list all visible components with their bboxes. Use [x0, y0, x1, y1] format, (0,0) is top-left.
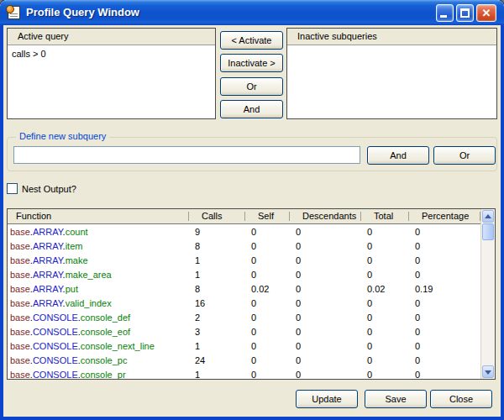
nest-output-label: Nest Output? [22, 184, 76, 194]
function-cell: base.CONSOLE.console_pr [8, 368, 188, 379]
active-query-list[interactable]: calls > 0 [8, 46, 215, 118]
define-subquery-label: Define new subquery [16, 131, 109, 141]
column-header[interactable]: Function [8, 209, 188, 223]
value-cell: 0 [289, 325, 360, 339]
scroll-up-button[interactable] [482, 210, 494, 223]
value-cell: 16 [188, 297, 244, 311]
value-cell: 0 [360, 368, 408, 379]
activate-button[interactable]: < Activate [220, 31, 283, 50]
column-header[interactable]: Total [360, 209, 408, 223]
column-header[interactable]: Percentage [408, 209, 480, 223]
value-cell: 1 [188, 368, 244, 379]
minimize-button[interactable] [436, 4, 454, 22]
table-row[interactable]: base.CONSOLE.console_pc240000 [8, 354, 480, 368]
value-cell: 0 [360, 239, 408, 254]
table-row[interactable]: base.ARRAY.make_area10000 [8, 268, 480, 282]
title-bar[interactable]: Profile Query Window ✕ [0, 0, 504, 25]
or-button[interactable]: Or [220, 77, 283, 96]
value-cell: 8 [188, 239, 244, 254]
value-cell: 0 [289, 354, 360, 368]
value-cell: 0 [408, 325, 480, 339]
vertical-scrollbar[interactable] [480, 209, 495, 379]
value-cell: 0 [289, 225, 360, 239]
value-cell: 0 [244, 368, 289, 379]
inactive-subqueries-panel: Inactive subqueries [286, 28, 497, 119]
value-cell: 0 [360, 311, 408, 325]
value-cell: 0 [289, 239, 360, 254]
value-cell: 1 [188, 268, 244, 282]
value-cell: 0 [244, 254, 289, 268]
value-cell: 0 [408, 225, 480, 239]
active-query-panel: Active query calls > 0 [7, 28, 216, 119]
value-cell: 0 [244, 297, 289, 311]
update-button[interactable]: Update [296, 390, 358, 408]
value-cell: 3 [188, 325, 244, 339]
value-cell: 0 [289, 368, 360, 379]
value-cell: 1 [188, 254, 244, 268]
value-cell: 0 [360, 354, 408, 368]
maximize-button[interactable] [456, 4, 474, 22]
value-cell: 0 [244, 225, 289, 239]
table-row[interactable]: base.ARRAY.count90000 [8, 225, 480, 239]
function-cell: base.CONSOLE.console_next_line [8, 339, 188, 354]
function-cell: base.ARRAY.put [8, 282, 188, 297]
app-icon [8, 6, 20, 19]
value-cell: 0 [360, 254, 408, 268]
value-cell: 0 [360, 325, 408, 339]
subquery-and-button[interactable]: And [367, 146, 429, 165]
column-header[interactable]: Descendants [289, 209, 360, 223]
inactive-subqueries-list[interactable] [287, 46, 496, 118]
table-row[interactable]: base.CONSOLE.console_def20000 [8, 311, 480, 325]
close-action-button[interactable]: Close [430, 390, 492, 408]
value-cell: 0 [244, 325, 289, 339]
list-item[interactable]: calls > 0 [8, 46, 215, 59]
value-cell: 2 [188, 311, 244, 325]
table-row[interactable]: base.CONSOLE.console_next_line10000 [8, 339, 480, 354]
function-cell: base.ARRAY.valid_index [8, 297, 188, 311]
table-row[interactable]: base.ARRAY.valid_index160000 [8, 297, 480, 311]
value-cell: 0 [289, 268, 360, 282]
value-cell: 0 [289, 339, 360, 354]
value-cell: 0 [289, 297, 360, 311]
table-body[interactable]: base.ARRAY.count90000base.ARRAY.item8000… [8, 225, 480, 379]
value-cell: 0 [408, 354, 480, 368]
close-icon: ✕ [477, 5, 496, 21]
scrollbar-thumb[interactable] [482, 223, 494, 240]
table-row[interactable]: base.ARRAY.item80000 [8, 239, 480, 254]
value-cell: 0 [408, 254, 480, 268]
value-cell: 0 [408, 339, 480, 354]
value-cell: 0 [244, 239, 289, 254]
nest-output-checkbox[interactable] [7, 183, 18, 194]
function-cell: base.CONSOLE.console_def [8, 311, 188, 325]
table-row[interactable]: base.ARRAY.make10000 [8, 254, 480, 268]
value-cell: 1 [188, 339, 244, 354]
value-cell: 0.02 [244, 282, 289, 297]
subquery-input[interactable] [13, 146, 360, 164]
window-title: Profile Query Window [26, 0, 139, 25]
table-row[interactable]: base.ARRAY.put80.0200.020.19 [8, 282, 480, 297]
function-cell: base.ARRAY.count [8, 225, 188, 239]
value-cell: 0.19 [408, 282, 480, 297]
maximize-icon [460, 8, 470, 18]
table-row[interactable]: base.CONSOLE.console_eof30000 [8, 325, 480, 339]
arrow-down-icon [485, 370, 491, 375]
column-header[interactable]: Self [244, 209, 289, 223]
subquery-or-button[interactable]: Or [433, 146, 496, 165]
close-button[interactable]: ✕ [476, 4, 496, 22]
value-cell: 0 [244, 339, 289, 354]
value-cell: 0 [244, 354, 289, 368]
save-button[interactable]: Save [365, 390, 427, 408]
value-cell: 8 [188, 282, 244, 297]
value-cell: 0 [244, 311, 289, 325]
inactivate-button[interactable]: Inactivate > [220, 54, 283, 72]
value-cell: 0 [408, 268, 480, 282]
scroll-down-button[interactable] [482, 365, 494, 378]
value-cell: 0 [360, 297, 408, 311]
arrow-up-icon [485, 214, 491, 218]
table-row[interactable]: base.CONSOLE.console_pr10000 [8, 368, 480, 379]
column-header[interactable]: Calls [188, 209, 244, 223]
table-header: FunctionCallsSelfDescendantsTotalPercent… [8, 209, 480, 224]
value-cell: 0 [408, 368, 480, 379]
value-cell: 9 [188, 225, 244, 239]
and-button[interactable]: And [220, 100, 283, 118]
